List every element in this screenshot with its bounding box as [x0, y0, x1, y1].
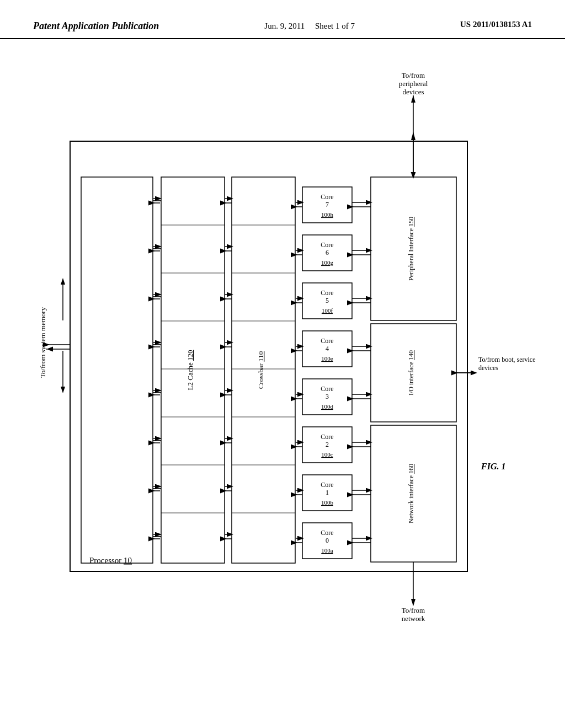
main-diagram-svg: To/from system memory Processor 10 Memor…: [29, 50, 536, 684]
svg-text:Core: Core: [321, 481, 333, 489]
page-header: Patent Application Publication Jun. 9, 2…: [0, 0, 565, 39]
svg-marker-130: [411, 599, 415, 606]
svg-text:network: network: [402, 614, 425, 623]
svg-marker-3: [61, 387, 65, 393]
network-interface-label: Network interface 160: [407, 464, 415, 523]
svg-text:Core: Core: [321, 529, 333, 537]
patent-number: US 2011/0138153 A1: [460, 20, 532, 29]
core7-ref: 100h: [321, 211, 334, 218]
svg-text:100b: 100b: [321, 499, 334, 506]
network-label: To/from: [402, 606, 425, 614]
peripheral-interface-label: Peripheral Interface 150: [407, 217, 415, 281]
svg-text:100e: 100e: [321, 355, 333, 362]
svg-marker-125: [411, 95, 415, 103]
page: Patent Application Publication Jun. 9, 2…: [0, 0, 565, 728]
svg-text:100g: 100g: [321, 259, 334, 266]
fig-label: FIG. 1: [481, 462, 505, 471]
svg-text:peripheral: peripheral: [399, 79, 428, 88]
bidir-arrows-crossbar-cores: [296, 202, 302, 543]
peripheral-devices-label: To/from: [402, 71, 425, 79]
diagram-area: To/from system memory Processor 10 Memor…: [0, 39, 565, 695]
svg-text:100f: 100f: [322, 307, 333, 314]
bidir-arrows-mem-l2: [153, 199, 160, 539]
svg-text:4: 4: [326, 345, 329, 352]
io-interface-label: I/O interface 140: [407, 350, 415, 395]
svg-text:2: 2: [326, 441, 329, 448]
header-center: Jun. 9, 2011 Sheet 1 of 7: [264, 20, 355, 33]
svg-text:Core: Core: [321, 241, 333, 249]
crossbar-label: Crossbar 110: [257, 351, 265, 389]
svg-text:100c: 100c: [321, 451, 333, 458]
svg-text:3: 3: [326, 393, 329, 400]
publication-date: Jun. 9, 2011: [264, 22, 305, 30]
boot-service-label: To/from boot, service: [478, 356, 535, 363]
svg-marker-1: [61, 278, 65, 285]
core7-label: Core: [321, 193, 333, 201]
svg-text:1: 1: [326, 489, 329, 496]
svg-text:0: 0: [326, 537, 329, 544]
svg-text:Core: Core: [321, 337, 333, 345]
memory-interface-box: [81, 177, 153, 563]
svg-text:Core: Core: [321, 289, 333, 297]
l2cache-label: L2 Cache 120: [186, 350, 194, 390]
svg-text:Core: Core: [321, 385, 333, 393]
core7-num: 7: [326, 201, 329, 208]
publication-title: Patent Application Publication: [33, 20, 159, 33]
bidir-arrows-l2-crossbar: [225, 199, 232, 539]
svg-text:Core: Core: [321, 433, 333, 441]
sheet-info: Sheet 1 of 7: [315, 22, 355, 30]
svg-text:100d: 100d: [321, 403, 334, 410]
svg-text:5: 5: [326, 297, 329, 304]
svg-text:6: 6: [326, 249, 329, 256]
svg-text:devices: devices: [478, 364, 498, 372]
system-memory-label: To/from system memory: [39, 307, 47, 378]
svg-text:100a: 100a: [321, 547, 333, 554]
svg-text:devices: devices: [403, 88, 424, 96]
